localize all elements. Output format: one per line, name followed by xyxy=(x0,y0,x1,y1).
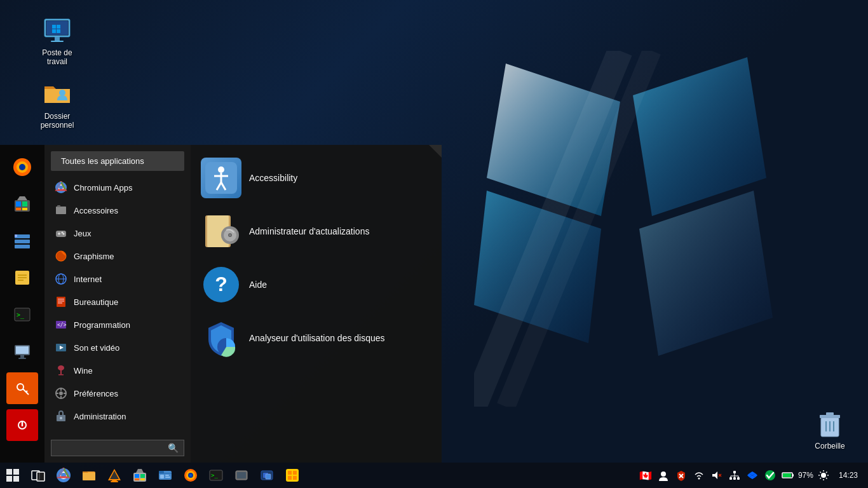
tray-network[interactable] xyxy=(727,463,742,488)
svg-rect-14 xyxy=(57,29,60,33)
app-aide[interactable]: ? Aide xyxy=(191,258,442,311)
thunar-taskbar-icon[interactable] xyxy=(229,463,254,488)
administration-icon xyxy=(55,410,67,423)
svg-text:>_: >_ xyxy=(211,472,218,478)
app-accessibility[interactable]: Accessibility xyxy=(191,151,442,205)
svg-rect-137 xyxy=(288,476,292,480)
desktop-icon-dossier[interactable]: Dossier personnel xyxy=(32,76,83,133)
graphisme-icon xyxy=(55,250,67,262)
tray-checkmark[interactable] xyxy=(763,463,778,488)
svg-marker-1 xyxy=(633,57,766,216)
sidebar-icon-key[interactable] xyxy=(6,372,38,404)
category-son-video[interactable]: Son et vidéo xyxy=(44,336,191,359)
sidebar-icon-manager[interactable] xyxy=(6,225,38,257)
category-accessoires[interactable]: Accessoires xyxy=(44,199,191,222)
tray-dropbox[interactable] xyxy=(745,463,760,488)
svg-rect-11 xyxy=(52,25,56,29)
tray-user[interactable] xyxy=(656,463,671,488)
svg-rect-57 xyxy=(58,233,60,235)
category-internet[interactable]: Internet xyxy=(44,268,191,290)
firefox-taskbar-icon[interactable] xyxy=(178,463,203,488)
virtualbox-taskbar-icon[interactable] xyxy=(254,463,280,488)
start-button[interactable] xyxy=(0,463,25,488)
task-view-button[interactable] xyxy=(25,463,51,488)
svg-point-58 xyxy=(56,251,66,261)
svg-rect-109 xyxy=(112,479,117,481)
svg-rect-9 xyxy=(55,37,60,41)
category-preferences[interactable]: Préférences xyxy=(44,382,191,405)
svg-point-92 xyxy=(229,234,231,236)
svg-line-166 xyxy=(820,478,821,479)
bureautique-icon xyxy=(55,295,67,308)
admin-actualization-label: Administrateur d'actualizations xyxy=(249,226,369,236)
disk-analyzer-icon xyxy=(201,318,241,358)
terminal-taskbar-icon[interactable]: >_ xyxy=(203,463,229,488)
svg-rect-146 xyxy=(729,477,732,480)
system-tray: 🇨🇦 xyxy=(638,463,868,488)
sidebar-icon-display[interactable] xyxy=(6,336,38,367)
svg-rect-18 xyxy=(826,412,834,416)
svg-line-164 xyxy=(826,478,827,479)
category-bureautique[interactable]: Bureautique xyxy=(44,290,191,313)
recycle-bin-label: Corbeille xyxy=(815,442,844,451)
category-jeux[interactable]: Jeux xyxy=(44,222,191,245)
svg-rect-133 xyxy=(266,474,271,479)
app2-taskbar-icon[interactable] xyxy=(280,463,305,488)
category-programmation[interactable]: </> Programmation xyxy=(44,313,191,336)
svg-rect-110 xyxy=(111,481,118,482)
category-graphisme[interactable]: Graphisme xyxy=(44,245,191,268)
svg-point-55 xyxy=(62,232,64,234)
svg-rect-78 xyxy=(64,393,66,394)
svg-rect-65 xyxy=(58,302,62,304)
svg-marker-142 xyxy=(712,471,717,479)
category-administration[interactable]: Administration xyxy=(44,405,191,428)
svg-point-74 xyxy=(59,391,63,395)
svg-rect-41 xyxy=(18,358,26,359)
svg-rect-147 xyxy=(733,477,736,480)
tray-flag[interactable]: 🇨🇦 xyxy=(638,463,653,488)
aide-label: Aide xyxy=(249,280,267,290)
filemanager-taskbar-icon[interactable] xyxy=(153,463,178,488)
svg-marker-3 xyxy=(639,191,773,356)
app-disk-analyzer[interactable]: Analyseur d'utilisation des disques xyxy=(191,311,442,365)
chromium-taskbar-icon[interactable] xyxy=(51,463,76,488)
svg-rect-98 xyxy=(6,476,12,482)
wine-icon xyxy=(55,364,67,377)
recycle-bin-icon[interactable]: Corbeille xyxy=(804,406,855,453)
desktop: Poste de travail Dossier personnel xyxy=(0,0,868,488)
sidebar-icon-power[interactable] xyxy=(6,409,38,441)
tray-battery[interactable] xyxy=(780,463,796,488)
sidebar-icon-terminal[interactable]: >_ xyxy=(6,299,38,330)
svg-rect-13 xyxy=(52,29,56,33)
tray-brightness[interactable] xyxy=(816,463,831,488)
taskbar-clock[interactable]: 14:23 xyxy=(834,471,863,480)
search-input[interactable] xyxy=(51,441,163,456)
svg-rect-136 xyxy=(293,471,297,475)
all-apps-button[interactable]: Toutes les applications xyxy=(51,151,184,171)
search-button[interactable]: 🔍 xyxy=(163,440,184,456)
app-admin-actualization[interactable]: Administrateur d'actualizations xyxy=(191,205,442,258)
category-wine[interactable]: Wine xyxy=(44,359,191,382)
battery-percentage: 97% xyxy=(798,471,813,480)
sidebar-icon-firefox[interactable] xyxy=(6,151,38,183)
files-taskbar-icon[interactable] xyxy=(76,463,102,488)
category-chromium-apps[interactable]: Chromium Apps xyxy=(44,176,191,199)
svg-rect-115 xyxy=(140,478,145,480)
sidebar-icon-store[interactable] xyxy=(6,188,38,220)
tray-shield[interactable] xyxy=(674,463,689,488)
tray-wifi[interactable] xyxy=(691,463,707,488)
svg-rect-64 xyxy=(58,301,64,302)
vlc-taskbar-icon[interactable] xyxy=(102,463,127,488)
svg-rect-138 xyxy=(293,476,297,480)
sidebar-icon-sticky[interactable] xyxy=(6,262,38,294)
folder-icon xyxy=(42,79,72,109)
desktop-icon-poste-travail[interactable]: Poste de travail xyxy=(32,13,83,69)
preferences-icon xyxy=(55,387,67,400)
svg-rect-23 xyxy=(16,201,21,207)
accessibility-label: Accessibility xyxy=(249,173,297,183)
svg-rect-24 xyxy=(22,201,27,207)
svg-line-163 xyxy=(820,472,821,473)
svg-rect-52 xyxy=(57,205,60,207)
store-taskbar-icon[interactable] xyxy=(127,463,153,488)
tray-volume[interactable] xyxy=(709,463,724,488)
